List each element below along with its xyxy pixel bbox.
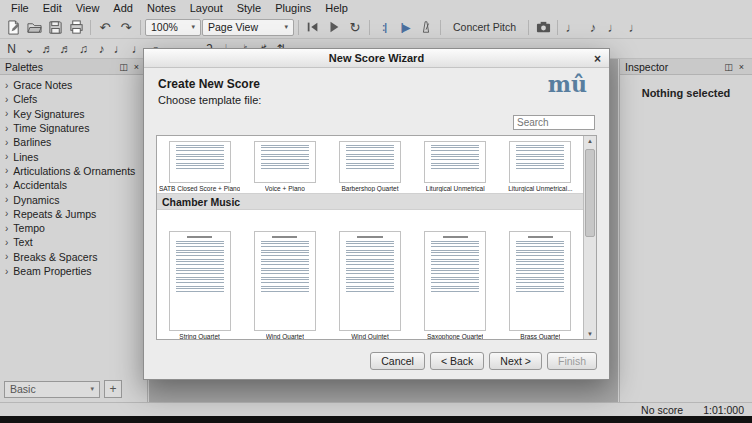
- note-icon[interactable]: ♪: [583, 17, 603, 37]
- note-input-mode-button[interactable]: N: [3, 40, 20, 57]
- template-thumbnail: [509, 141, 571, 183]
- palette-item[interactable]: › Lines: [0, 149, 147, 163]
- menu-item[interactable]: Help: [318, 1, 355, 15]
- palette-item[interactable]: › Accidentals: [0, 178, 147, 192]
- palette-item[interactable]: › Tempo: [0, 221, 147, 235]
- template-cell[interactable]: Wind Quartet: [242, 210, 327, 340]
- menu-item[interactable]: Edit: [36, 1, 69, 15]
- chevron-right-icon: ›: [5, 237, 8, 248]
- finish-button[interactable]: Finish: [547, 352, 597, 370]
- palette-item[interactable]: › Grace Notes: [0, 78, 147, 92]
- template-cell[interactable]: Voice + Piano: [242, 136, 327, 193]
- pan-playback-toggle[interactable]: |▶: [395, 17, 415, 37]
- play-repeats-toggle[interactable]: :|: [374, 17, 394, 37]
- menu-item[interactable]: Plugins: [268, 1, 318, 15]
- close-panel-icon[interactable]: ×: [736, 62, 747, 72]
- float-panel-icon[interactable]: ◫: [116, 62, 131, 72]
- print-button[interactable]: [66, 17, 86, 37]
- palette-item[interactable]: › Text: [0, 235, 147, 249]
- scrollbar-thumb[interactable]: [585, 149, 595, 237]
- zoom-dropdown[interactable]: 100% ▾: [145, 19, 201, 36]
- palette-item[interactable]: › Key Signatures: [0, 107, 147, 121]
- toolbar-separator: [557, 20, 558, 35]
- window-bottom-edge: [0, 416, 752, 423]
- view-mode-dropdown[interactable]: Page View ▾: [202, 19, 294, 36]
- menu-item[interactable]: File: [4, 1, 36, 15]
- metronome-toggle[interactable]: [416, 17, 436, 37]
- inspector-title: Inspector: [625, 61, 668, 73]
- new-score-button[interactable]: [3, 17, 23, 37]
- template-cell[interactable]: Saxophone Quartet: [413, 210, 498, 340]
- note-64th-button[interactable]: ♬: [39, 40, 56, 57]
- palette-item-label: Key Signatures: [13, 108, 84, 120]
- note-input-caret-icon[interactable]: ⌄: [21, 40, 38, 57]
- wrapped-note-icons: ♩ ♪ ♩ ♩: [562, 17, 645, 37]
- palette-item[interactable]: › Repeats & Jumps: [0, 207, 147, 221]
- template-cell[interactable]: Liturgical Unmetrical...: [498, 136, 583, 193]
- play-button[interactable]: [324, 17, 344, 37]
- dialog-titlebar[interactable]: New Score Wizard ×: [144, 49, 609, 68]
- score-status-text: No score: [641, 404, 683, 416]
- menu-item[interactable]: Add: [106, 1, 140, 15]
- next-button[interactable]: Next >: [489, 352, 542, 370]
- open-button[interactable]: [24, 17, 44, 37]
- chevron-right-icon: ›: [5, 165, 8, 176]
- pan-playback-icon: |▶: [401, 22, 410, 33]
- toolbar-separator: [528, 20, 529, 35]
- palette-footer: Basic ▾ +: [4, 380, 143, 398]
- dialog-subheading: Choose template file:: [158, 94, 261, 106]
- concert-pitch-button[interactable]: Concert Pitch: [445, 18, 524, 36]
- palette-item[interactable]: › Barlines: [0, 135, 147, 149]
- note-icon[interactable]: ♩: [562, 17, 582, 37]
- template-cell[interactable]: Wind Quintet: [327, 210, 412, 340]
- palette-item[interactable]: › Dynamics: [0, 192, 147, 206]
- palette-item[interactable]: › Beam Properties: [0, 264, 147, 278]
- template-cell[interactable]: Liturgical Unmetrical: [413, 136, 498, 193]
- dialog-heading: Create New Score: [158, 77, 260, 91]
- menu-item[interactable]: Layout: [183, 1, 230, 15]
- note-icon: ♪: [590, 20, 597, 35]
- float-panel-icon[interactable]: ◫: [721, 62, 736, 72]
- template-cell[interactable]: Barbershop Quartet: [327, 136, 412, 193]
- add-palette-button[interactable]: +: [104, 380, 122, 398]
- palette-item[interactable]: › Clefs: [0, 92, 147, 106]
- inspector-panel: Inspector ◫ × Nothing selected: [619, 59, 752, 402]
- menu-item[interactable]: Notes: [140, 1, 183, 15]
- template-cell[interactable]: SATB Closed Score + Piano: [157, 136, 242, 193]
- cancel-button[interactable]: Cancel: [370, 352, 425, 370]
- template-caption: Voice + Piano: [265, 185, 305, 192]
- palette-item[interactable]: › Time Signatures: [0, 121, 147, 135]
- note-8th-button[interactable]: ♪: [93, 40, 110, 57]
- loop-playback-button[interactable]: ↻: [345, 17, 365, 37]
- palette-preset-select[interactable]: Basic ▾: [4, 381, 100, 398]
- status-bar: No score 1:01:000: [0, 402, 752, 416]
- template-cell[interactable]: Brass Quartet: [498, 210, 583, 340]
- note-icon[interactable]: ♩: [625, 17, 645, 37]
- palette-item[interactable]: › Articulations & Ornaments: [0, 164, 147, 178]
- palette-item-label: Breaks & Spacers: [13, 251, 97, 263]
- template-search-input[interactable]: [513, 115, 595, 130]
- palette-item[interactable]: › Breaks & Spacers: [0, 250, 147, 264]
- note-32nd-button[interactable]: ♬: [57, 40, 74, 57]
- menu-item[interactable]: Style: [230, 1, 268, 15]
- dialog-close-button[interactable]: ×: [590, 51, 605, 66]
- scroll-down-icon[interactable]: ▼: [587, 331, 593, 337]
- scroll-up-icon[interactable]: ▲: [587, 138, 593, 144]
- menu-item[interactable]: View: [69, 1, 107, 15]
- save-button[interactable]: [45, 17, 65, 37]
- redo-button[interactable]: ↷: [116, 17, 136, 37]
- toolbar-separator: [369, 20, 370, 35]
- note-quarter-button[interactable]: ♩: [111, 40, 128, 57]
- template-cell[interactable]: String Quartet: [157, 210, 242, 340]
- rewind-button[interactable]: [303, 17, 323, 37]
- note-icon[interactable]: ♩: [604, 17, 624, 37]
- undo-button[interactable]: ↶: [95, 17, 115, 37]
- back-button[interactable]: < Back: [430, 352, 484, 370]
- close-panel-icon[interactable]: ×: [131, 62, 142, 72]
- image-capture-button[interactable]: [533, 17, 553, 37]
- palette-item-label: Repeats & Jumps: [13, 208, 96, 220]
- musescore-logo: mû: [548, 71, 587, 97]
- note-16th-button[interactable]: ♫: [75, 40, 92, 57]
- palette-item-label: Articulations & Ornaments: [13, 165, 135, 177]
- palette-item-label: Grace Notes: [13, 79, 72, 91]
